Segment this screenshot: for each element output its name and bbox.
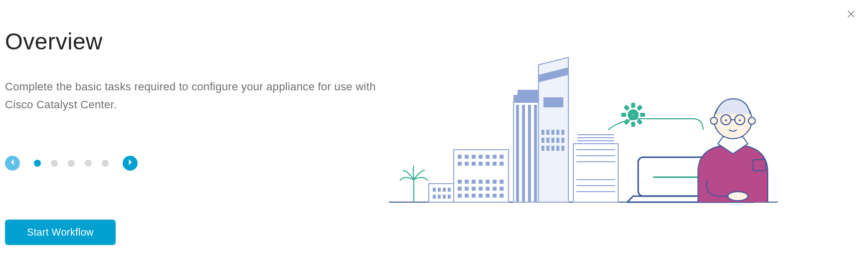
svg-rect-92 <box>637 119 643 125</box>
svg-rect-14 <box>458 155 462 159</box>
person-icon <box>698 99 768 202</box>
svg-rect-71 <box>546 146 549 151</box>
building-5-icon <box>573 135 618 202</box>
svg-rect-43 <box>465 194 469 198</box>
svg-rect-74 <box>561 146 564 151</box>
svg-rect-86 <box>631 103 635 108</box>
svg-rect-21 <box>458 162 462 166</box>
start-workflow-button[interactable]: Start Workflow <box>5 220 116 245</box>
carousel-prev-button[interactable] <box>5 156 20 171</box>
svg-rect-19 <box>493 155 497 159</box>
carousel-next-button[interactable] <box>123 156 138 171</box>
carousel-dot-2[interactable] <box>51 160 58 167</box>
carousel-dot-5[interactable] <box>102 160 109 167</box>
svg-rect-33 <box>493 180 497 184</box>
svg-rect-44 <box>472 194 476 198</box>
svg-rect-34 <box>500 180 504 184</box>
svg-rect-63 <box>556 130 559 135</box>
svg-rect-70 <box>541 146 544 151</box>
svg-point-105 <box>728 192 748 201</box>
building-2-icon <box>454 150 509 202</box>
carousel-dot-3[interactable] <box>68 160 75 167</box>
svg-rect-26 <box>493 162 497 166</box>
svg-rect-61 <box>546 130 549 135</box>
svg-rect-20 <box>500 155 504 159</box>
svg-rect-46 <box>486 194 490 198</box>
carousel-dot-1[interactable] <box>34 160 41 167</box>
svg-rect-9 <box>433 195 436 199</box>
svg-rect-37 <box>472 187 476 191</box>
svg-rect-27 <box>500 162 504 166</box>
svg-rect-66 <box>546 138 549 143</box>
svg-rect-8 <box>448 188 451 192</box>
svg-rect-41 <box>500 187 504 191</box>
svg-rect-75 <box>573 144 618 202</box>
svg-rect-23 <box>472 162 476 166</box>
svg-rect-65 <box>541 138 544 143</box>
palm-tree-icon <box>400 166 428 202</box>
svg-rect-15 <box>465 155 469 159</box>
svg-rect-7 <box>443 188 446 192</box>
chevron-left-icon <box>10 159 15 168</box>
svg-rect-69 <box>561 138 564 143</box>
svg-rect-68 <box>556 138 559 143</box>
svg-rect-62 <box>551 130 554 135</box>
close-button[interactable] <box>845 9 857 21</box>
svg-rect-45 <box>479 194 483 198</box>
svg-rect-24 <box>479 162 483 166</box>
svg-rect-40 <box>493 187 497 191</box>
svg-rect-16 <box>472 155 476 159</box>
svg-rect-30 <box>472 180 476 184</box>
chevron-right-icon <box>128 159 133 168</box>
svg-rect-90 <box>637 105 643 111</box>
svg-rect-22 <box>465 162 469 166</box>
svg-rect-10 <box>438 195 441 199</box>
svg-rect-42 <box>458 194 462 198</box>
svg-rect-18 <box>486 155 490 159</box>
svg-point-85 <box>630 112 636 118</box>
svg-rect-38 <box>479 187 483 191</box>
svg-rect-48 <box>500 194 504 198</box>
svg-point-103 <box>725 119 727 121</box>
svg-rect-5 <box>433 188 436 192</box>
gear-icon <box>621 103 645 127</box>
carousel-dot-4[interactable] <box>85 160 92 167</box>
svg-rect-64 <box>561 130 564 135</box>
svg-rect-72 <box>551 146 554 151</box>
svg-rect-59 <box>543 97 563 107</box>
close-icon <box>847 9 856 20</box>
svg-point-98 <box>710 117 717 124</box>
svg-rect-31 <box>479 180 483 184</box>
svg-rect-93 <box>624 105 630 111</box>
svg-rect-36 <box>465 187 469 191</box>
svg-rect-28 <box>458 180 462 184</box>
svg-point-104 <box>739 119 741 121</box>
svg-point-99 <box>748 117 755 124</box>
page-description: Complete the basic tasks required to con… <box>5 78 384 114</box>
hero-illustration <box>389 55 778 210</box>
svg-rect-32 <box>486 180 490 184</box>
svg-rect-87 <box>631 122 635 127</box>
page-title: Overview <box>5 28 394 55</box>
svg-rect-6 <box>438 188 441 192</box>
svg-rect-12 <box>448 195 451 199</box>
svg-rect-11 <box>443 195 446 199</box>
svg-rect-47 <box>493 194 497 198</box>
svg-rect-73 <box>556 146 559 151</box>
svg-rect-17 <box>479 155 483 159</box>
building-4-icon <box>538 57 568 202</box>
svg-rect-67 <box>551 138 554 143</box>
overview-panel: Overview Complete the basic tasks requir… <box>5 28 394 114</box>
svg-rect-35 <box>458 187 462 191</box>
svg-rect-89 <box>640 113 645 117</box>
carousel-pager <box>5 156 138 171</box>
svg-rect-39 <box>486 187 490 191</box>
carousel-dots <box>34 160 109 167</box>
svg-rect-88 <box>621 113 626 117</box>
svg-rect-60 <box>541 130 544 135</box>
svg-rect-29 <box>465 180 469 184</box>
svg-rect-25 <box>486 162 490 166</box>
